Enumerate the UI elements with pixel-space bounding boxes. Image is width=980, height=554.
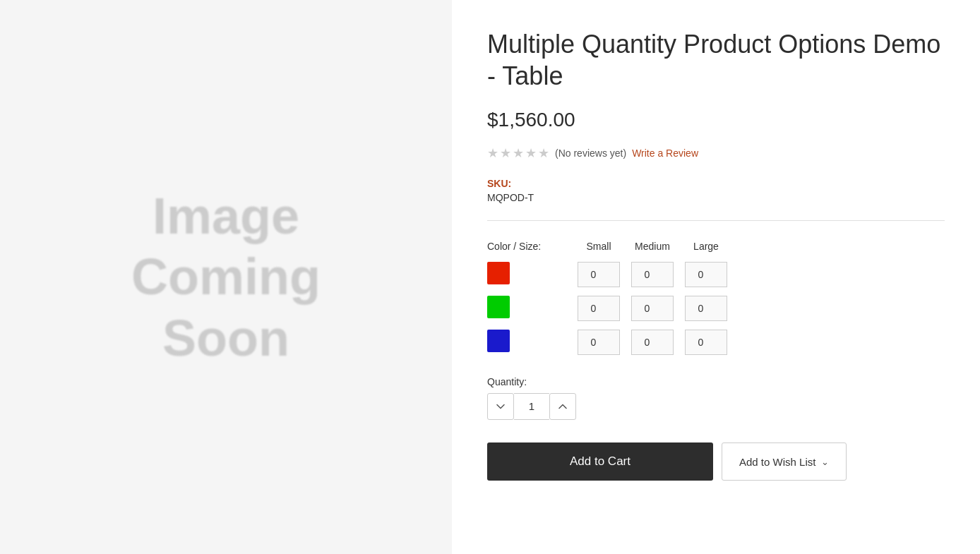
color-swatch-green: [487, 296, 510, 318]
quantity-label: Quantity:: [487, 376, 945, 387]
write-review-link[interactable]: Write a Review: [632, 147, 698, 159]
qty-cell-blue-small: [572, 325, 626, 359]
sku-section: SKU: MQPOD-T: [487, 178, 945, 203]
table-row: [487, 291, 733, 325]
wish-list-label: Add to Wish List: [739, 456, 815, 468]
options-header-row: Color / Size: Small Medium Large: [487, 241, 733, 258]
qty-cell-green-large: [679, 291, 733, 325]
chevron-up-icon: [558, 404, 567, 409]
options-table: Color / Size: Small Medium Large: [487, 241, 733, 359]
wish-list-chevron-icon: ⌄: [821, 457, 829, 467]
table-row: [487, 325, 733, 359]
star-3: ★: [513, 145, 524, 161]
action-buttons: Add to Cart Add to Wish List ⌄: [487, 442, 945, 481]
qty-cell-red-large: [679, 258, 733, 291]
image-placeholder: Image Coming Soon: [131, 186, 321, 368]
quantity-controls: 1: [487, 393, 945, 420]
product-price: $1,560.00: [487, 109, 945, 131]
qty-input-red-small[interactable]: [578, 262, 620, 287]
color-swatch-red: [487, 262, 510, 284]
quantity-display: 1: [514, 393, 549, 420]
chevron-down-icon: [496, 404, 505, 409]
star-4: ★: [525, 145, 537, 161]
table-row: [487, 258, 733, 291]
sku-value: MQPOD-T: [487, 192, 945, 203]
product-title: Multiple Quantity Product Options Demo -…: [487, 28, 945, 92]
qty-input-red-medium[interactable]: [631, 262, 674, 287]
page-container: Image Coming Soon Multiple Quantity Prod…: [0, 0, 980, 554]
sku-label: SKU:: [487, 178, 945, 189]
qty-input-green-large[interactable]: [685, 296, 727, 321]
small-header: Small: [572, 241, 626, 258]
star-1: ★: [487, 145, 498, 161]
add-to-cart-button[interactable]: Add to Cart: [487, 442, 713, 481]
add-to-wish-list-button[interactable]: Add to Wish List ⌄: [722, 442, 847, 481]
color-cell-red: [487, 258, 572, 291]
color-swatch-blue: [487, 330, 510, 352]
qty-cell-green-medium: [626, 291, 679, 325]
star-5: ★: [538, 145, 549, 161]
qty-cell-red-medium: [626, 258, 679, 291]
qty-cell-blue-medium: [626, 325, 679, 359]
qty-input-red-large[interactable]: [685, 262, 727, 287]
qty-input-green-small[interactable]: [578, 296, 620, 321]
color-cell-green: [487, 291, 572, 325]
reviews-row: ★ ★ ★ ★ ★ (No reviews yet) Write a Revie…: [487, 145, 945, 161]
qty-input-blue-medium[interactable]: [631, 330, 674, 355]
no-reviews-text: (No reviews yet): [555, 147, 626, 159]
star-2: ★: [500, 145, 511, 161]
qty-cell-blue-large: [679, 325, 733, 359]
quantity-section: Quantity: 1: [487, 376, 945, 420]
quantity-increase-button[interactable]: [549, 393, 576, 420]
qty-cell-red-small: [572, 258, 626, 291]
large-header: Large: [679, 241, 733, 258]
qty-cell-green-small: [572, 291, 626, 325]
options-section: Color / Size: Small Medium Large: [487, 241, 945, 359]
qty-input-green-medium[interactable]: [631, 296, 674, 321]
product-image-panel: Image Coming Soon: [0, 0, 452, 554]
color-cell-blue: [487, 325, 572, 359]
qty-input-blue-large[interactable]: [685, 330, 727, 355]
quantity-decrease-button[interactable]: [487, 393, 514, 420]
section-divider: [487, 220, 945, 221]
color-size-header: Color / Size:: [487, 241, 572, 258]
qty-input-blue-small[interactable]: [578, 330, 620, 355]
product-details-panel: Multiple Quantity Product Options Demo -…: [452, 0, 980, 554]
medium-header: Medium: [626, 241, 679, 258]
star-rating: ★ ★ ★ ★ ★: [487, 145, 549, 161]
